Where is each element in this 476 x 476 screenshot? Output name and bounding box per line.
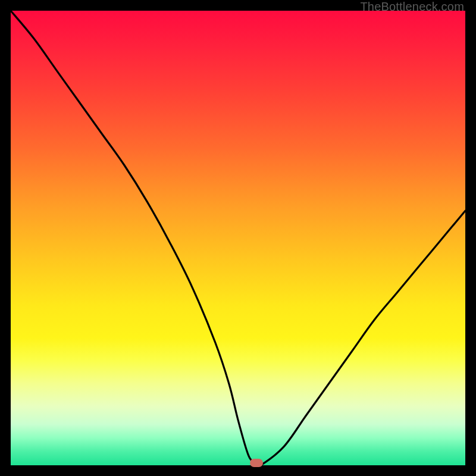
- chart-frame: TheBottleneck.com: [0, 0, 476, 476]
- optimum-marker: [250, 459, 263, 467]
- bottleneck-curve: [11, 11, 465, 467]
- plot-area: [11, 11, 465, 465]
- curve-svg: [11, 11, 465, 465]
